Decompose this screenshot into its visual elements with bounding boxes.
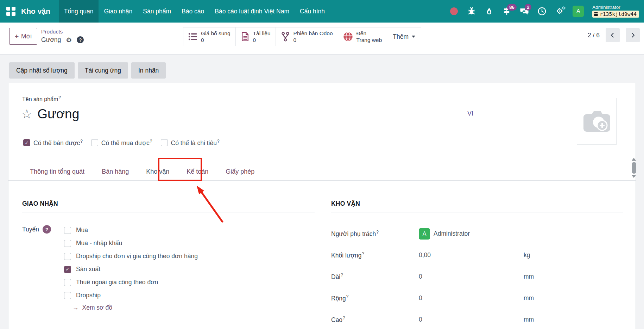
route-resupply-subcontractor[interactable]: Thuê ngoài gia công theo đơn	[64, 276, 198, 289]
menu-configuration[interactable]: Cấu hình	[295, 0, 330, 23]
logistics-section: GIAO NHẬN Tuyến ? Mua Mua - nhập khẩu Dr…	[22, 200, 315, 311]
route-buy-import[interactable]: Mua - nhập khẩu	[64, 237, 198, 250]
pager-previous-button[interactable]	[606, 28, 620, 42]
pager-next-button[interactable]	[626, 28, 640, 42]
systray: 86 2 A Administrator r135kjld9w44	[449, 5, 639, 18]
bug-icon[interactable]	[467, 7, 476, 16]
tab-license[interactable]: Giấy phép	[218, 163, 262, 181]
message-count-badge: 2	[525, 4, 531, 11]
responsible-avatar: A	[419, 228, 430, 240]
menu-products[interactable]: Sản phẩm	[138, 0, 176, 23]
form-settings-gear-icon[interactable]	[66, 36, 72, 44]
document-icon	[241, 32, 250, 42]
checkbox-box	[91, 139, 98, 146]
product-type-toggles: Có thể bán được? Có thể mua được? Có thể…	[23, 139, 220, 147]
field-row-weight: Khối lượng? 0,00 kg	[331, 244, 623, 266]
droplet-icon[interactable]	[485, 7, 494, 16]
action-buttons: Cập nhật số lượng Tái cung ứng In nhãn	[9, 62, 166, 79]
activities-icon[interactable]: 86	[502, 7, 511, 16]
checkbox-box	[64, 240, 71, 247]
translation-badge[interactable]: VI	[467, 110, 473, 117]
checkbox-can-be-purchased[interactable]: Có thể mua được?	[91, 139, 152, 147]
route-manufacture[interactable]: Sản xuất	[64, 263, 198, 276]
product-name-label: Tên sản phẩm?	[22, 95, 61, 103]
chevron-down-icon	[412, 36, 415, 38]
responsible-value[interactable]: A Administrator	[419, 228, 524, 240]
view-diagram-link[interactable]: → Xem sơ đồ	[72, 304, 198, 311]
versions-icon	[281, 32, 290, 42]
smart-button-go-to-website[interactable]: ĐếnTrang web	[338, 27, 387, 46]
field-row-width: Rộng? 0 mm	[331, 287, 623, 309]
length-value[interactable]: 0	[419, 273, 524, 280]
breadcrumb-parent[interactable]: Products	[41, 29, 84, 35]
replenish-button[interactable]: Tái cung ứng	[78, 62, 128, 79]
database-icon	[594, 12, 598, 17]
list-icon	[188, 32, 197, 41]
checkbox-box	[161, 139, 168, 146]
clock-icon[interactable]	[537, 7, 547, 16]
user-block[interactable]: Administrator r135kjld9w44	[592, 5, 639, 18]
new-button[interactable]: + Mới	[9, 28, 37, 45]
activity-count-badge: 86	[507, 4, 516, 11]
breadcrumb: Products Gương ?	[41, 28, 84, 45]
logistics-section-title: GIAO NHẬN	[22, 200, 315, 212]
weight-value[interactable]: 0,00	[419, 252, 524, 259]
tab-accounting[interactable]: Kế toán	[179, 163, 216, 181]
menu-transfers[interactable]: Giao nhận	[99, 0, 138, 23]
checkbox-box	[64, 279, 71, 286]
field-row-responsible: Người phụ trách? A Administrator	[331, 223, 623, 244]
tab-general-info[interactable]: Thông tin tổng quát	[23, 163, 92, 181]
checkbox-can-be-sold[interactable]: Có thể bán được?	[23, 139, 83, 147]
tab-inventory[interactable]: Kho vận	[139, 163, 177, 181]
scroll-up-icon[interactable]	[632, 158, 636, 161]
height-value[interactable]: 0	[419, 316, 524, 323]
checkbox-box	[64, 227, 71, 234]
product-name-value[interactable]: Gương	[37, 106, 79, 122]
update-quantity-button[interactable]: Cập nhật số lượng	[9, 62, 75, 79]
routes-label: Tuyến ?	[22, 224, 64, 311]
menu-vn-legal-reports[interactable]: Báo cáo luật định Việt Nam	[210, 0, 294, 23]
scrollbar-thumb[interactable]	[632, 162, 636, 174]
scroll-down-icon[interactable]	[632, 175, 636, 178]
width-unit: mm	[524, 294, 623, 302]
smart-button-extra-prices[interactable]: Giá bổ sung0	[183, 27, 236, 46]
pager-value: 2 / 6	[588, 32, 600, 39]
settings-gears-icon[interactable]	[555, 7, 564, 16]
arrow-right-icon: →	[72, 304, 79, 311]
app-name[interactable]: Kho vận	[21, 7, 50, 15]
inventory-section: KHO VẬN Người phụ trách? A Administrator…	[331, 200, 623, 329]
form-tabs: Thông tin tổng quát Bán hàng Kho vận Kế …	[8, 163, 636, 181]
width-value[interactable]: 0	[419, 294, 524, 302]
route-dropship[interactable]: Dropship	[64, 289, 198, 302]
record-indicator-icon[interactable]	[450, 7, 458, 15]
route-buy[interactable]: Mua	[64, 224, 198, 237]
tab-sales[interactable]: Bán hàng	[94, 163, 136, 181]
menu-overview[interactable]: Tổng quan	[59, 0, 99, 23]
inventory-section-title: KHO VẬN	[331, 200, 623, 212]
checkbox-box	[23, 139, 30, 146]
database-name: r135kjld9w44	[600, 11, 637, 17]
apps-grid-icon[interactable]	[6, 7, 15, 16]
field-row-length: Dài? 0 mm	[331, 266, 623, 287]
breadcrumb-current: Gương	[41, 36, 61, 44]
database-badge[interactable]: r135kjld9w44	[592, 11, 639, 18]
checkbox-box	[64, 266, 71, 273]
help-icon[interactable]: ?	[77, 36, 84, 43]
smart-button-odoo-versions[interactable]: Phiên bản Odoo0	[276, 27, 338, 46]
favorite-star-icon[interactable]	[21, 108, 32, 120]
print-labels-button[interactable]: In nhãn	[131, 62, 166, 79]
product-image-placeholder[interactable]	[577, 98, 617, 145]
messages-icon[interactable]: 2	[520, 7, 529, 16]
smart-button-documents[interactable]: Tài liệu0	[236, 27, 276, 46]
smart-buttons: Giá bổ sung0 Tài liệu0 Phiên bản Odoo0 Đ…	[183, 27, 421, 46]
more-button[interactable]: Thêm	[387, 27, 421, 46]
menu-reporting[interactable]: Báo cáo	[177, 0, 209, 23]
product-form-card: Tên sản phẩm? Gương VI Có thể bán được? …	[8, 83, 636, 329]
routes-help-icon[interactable]: ?	[43, 225, 51, 234]
routes-list: Mua Mua - nhập khẩu Dropship cho đơn vị …	[64, 224, 198, 311]
field-row-height: Cao? 0 mm	[331, 309, 623, 329]
checkbox-can-be-expensed[interactable]: Có thể là chi tiêu?	[161, 139, 220, 147]
weight-unit: kg	[524, 252, 623, 259]
route-dropship-subcontractor[interactable]: Dropship cho đơn vị gia công theo đơn hà…	[64, 250, 198, 263]
user-avatar[interactable]: A	[573, 6, 584, 17]
